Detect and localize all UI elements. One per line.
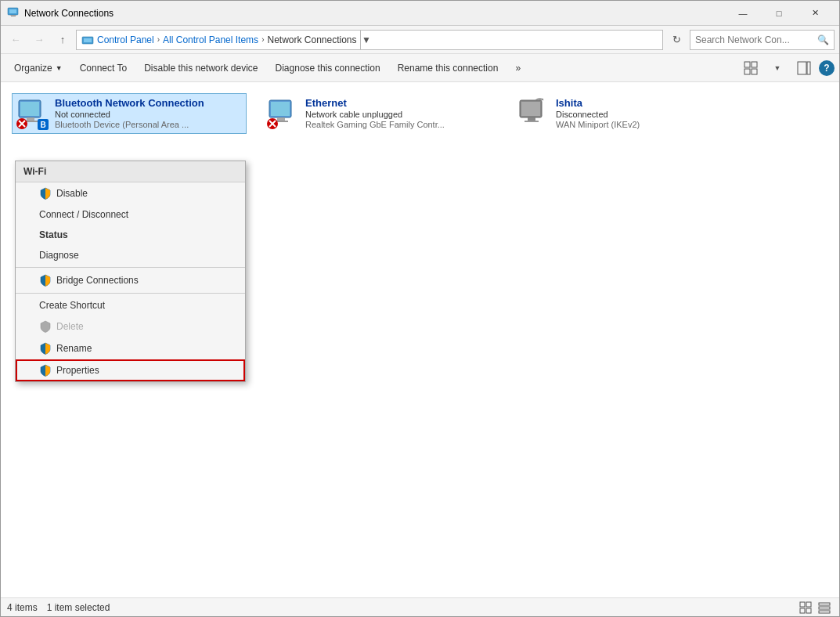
address-dropdown[interactable]: ▼ [360,30,373,50]
svg-rect-29 [521,102,540,116]
context-menu: Wi-Fi Disable Connect / Disconnect Statu… [15,161,246,382]
title-bar: Network Connections — □ ✕ [1,1,839,26]
context-menu-connect[interactable]: Connect / Disconnect [16,204,245,225]
up-button[interactable]: ↑ [52,30,73,50]
preview-pane-button[interactable] [792,57,816,79]
connect-to-label: Connect To [80,63,128,74]
svg-rect-31 [525,121,539,122]
search-icon[interactable]: 🔍 [817,34,829,45]
shield-disable-icon [39,187,52,200]
context-menu-rename[interactable]: Rename [16,337,245,359]
svg-rect-8 [744,69,750,74]
search-input[interactable] [695,34,814,45]
bluetooth-network-status: Not connected [55,110,204,119]
ethernet-network-info: Ethernet Network cable unplugged Realtek… [305,97,445,129]
more-label: » [515,63,521,74]
ishita-network-status: Disconnected [556,110,640,119]
disable-label: Disable this network device [144,63,258,74]
refresh-button[interactable]: ↻ [666,30,687,50]
bluetooth-network-name: Bluetooth Network Connection [55,97,204,109]
bluetooth-badge-icon: B [38,119,49,130]
bluetooth-icon-container: B [16,97,49,130]
svg-text:B: B [40,121,45,129]
network-item-ishita[interactable]: Ishita Disconnected WAN Miniport (IKEv2) [513,93,748,134]
detail-view-button[interactable] [816,600,833,615]
context-menu-disable[interactable]: Disable [16,182,245,204]
organize-chevron-icon: ▼ [56,64,63,72]
ishita-network-info: Ishita Disconnected WAN Miniport (IKEv2) [556,97,640,129]
svg-rect-7 [752,62,757,67]
breadcrumb-all-items[interactable]: All Control Panel Items [163,34,258,45]
disable-button[interactable]: Disable this network device [135,54,266,81]
status-bar: 4 items 1 item selected [1,597,839,616]
svg-rect-34 [806,602,811,607]
close-button[interactable]: ✕ [797,1,833,26]
svg-rect-6 [744,62,750,67]
breadcrumb-control-panel[interactable]: Control Panel [97,34,154,45]
shield-delete-icon [39,320,52,333]
list-view-button[interactable] [797,600,814,615]
back-button[interactable]: ← [5,30,26,50]
network-item-ethernet[interactable]: Ethernet Network cable unplugged Realtek… [262,93,497,134]
view-dropdown-button[interactable]: ▼ [766,57,789,79]
svg-rect-9 [752,69,757,74]
forward-button[interactable]: → [29,30,49,50]
context-menu-header: Wi-Fi [16,161,245,182]
maximize-button[interactable]: □ [761,1,797,26]
address-bar: ← → ↑ Control Panel › All Control Panel … [1,26,839,54]
error-x-icon [16,117,28,130]
context-menu-properties[interactable]: Properties [16,359,245,381]
selected-text: 1 item selected [47,602,110,613]
ethernet-network-detail: Realtek Gaming GbE Family Contr... [305,120,445,129]
context-menu-sep-1 [16,267,245,268]
context-menu-status[interactable]: Status [16,225,245,245]
svg-rect-3 [10,15,16,16]
diagnose-label: Diagnose this connection [276,63,380,74]
toolbar: Organize ▼ Connect To Disable this netwo… [1,54,839,82]
network-grid: B Bluetooth Network Connection Not conne… [9,90,831,137]
network-item-bluetooth[interactable]: B Bluetooth Network Connection Not conne… [12,93,247,134]
diagnose-button[interactable]: Diagnose this connection [267,54,389,81]
main-content: B Bluetooth Network Connection Not conne… [1,82,839,597]
svg-rect-11 [807,62,810,74]
bluetooth-network-detail: Bluetooth Device (Personal Area ... [55,120,204,129]
svg-rect-39 [819,611,830,613]
shield-properties-icon [39,364,52,377]
items-count: 4 items [7,602,38,613]
search-box[interactable]: 🔍 [690,30,835,50]
context-menu-delete[interactable]: Delete [16,316,245,337]
context-menu-diagnose[interactable]: Diagnose [16,245,245,265]
help-button[interactable]: ? [819,60,835,76]
rename-button[interactable]: Rename this connection [389,54,507,81]
svg-rect-35 [800,608,805,613]
svg-rect-22 [271,102,290,116]
ishita-network-detail: WAN Miniport (IKEv2) [556,120,640,129]
context-menu-shortcut[interactable]: Create Shortcut [16,295,245,316]
svg-rect-33 [800,602,805,607]
connect-to-button[interactable]: Connect To [71,54,136,81]
organize-label: Organize [14,63,52,74]
organize-button[interactable]: Organize ▼ [5,54,71,81]
breadcrumb-network: Network Connections [267,34,356,45]
svg-rect-1 [9,9,16,13]
address-path[interactable]: Control Panel › All Control Panel Items … [76,30,663,50]
status-right [797,600,833,615]
more-button[interactable]: » [507,54,529,81]
svg-rect-30 [528,117,535,121]
rename-label: Rename this connection [398,63,499,74]
view-options-button[interactable] [739,57,762,79]
svg-rect-36 [806,608,811,613]
address-icon [81,34,94,46]
context-menu-bridge[interactable]: Bridge Connections [16,269,245,291]
minimize-button[interactable]: — [725,1,761,26]
ishita-network-name: Ishita [556,97,640,109]
svg-rect-5 [84,38,92,42]
status-left: 4 items 1 item selected [7,602,110,613]
ethernet-network-status: Network cable unplugged [305,110,445,119]
ethernet-network-name: Ethernet [305,97,445,109]
window-title: Network Connections [24,8,725,19]
window-icon [7,5,20,20]
svg-rect-37 [819,603,830,605]
svg-rect-13 [20,102,39,116]
svg-rect-10 [798,62,806,74]
